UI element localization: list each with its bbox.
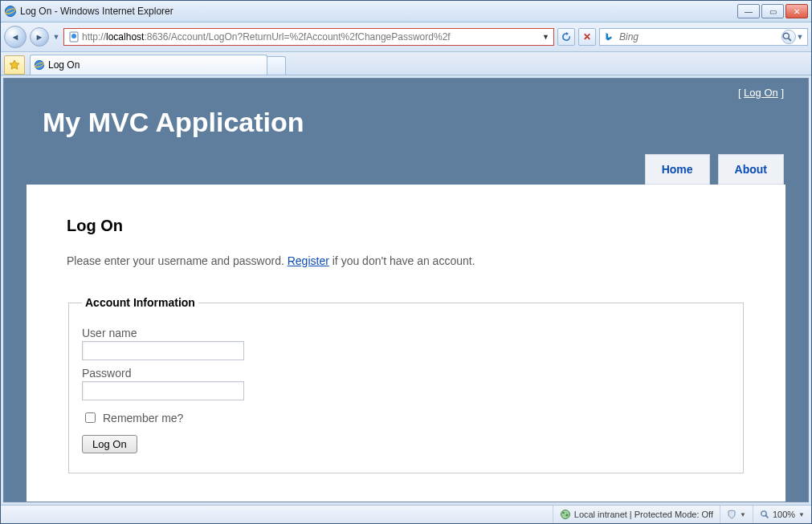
search-dropdown-icon[interactable]: ▼ — [796, 33, 804, 41]
search-go-button[interactable] — [781, 30, 796, 44]
address-dropdown-icon[interactable]: ▼ — [540, 33, 552, 41]
tab-label: Log On — [48, 59, 80, 71]
ie-icon — [4, 5, 17, 18]
nav-home[interactable]: Home — [645, 154, 710, 185]
address-url[interactable]: http://localhost:8636/Account/LogOn?Retu… — [82, 31, 540, 43]
svg-point-11 — [761, 511, 766, 516]
favorites-button[interactable] — [4, 55, 25, 75]
fieldset-legend: Account Information — [82, 296, 198, 309]
page-heading: Log On — [67, 217, 745, 235]
logon-link[interactable]: Log On — [744, 87, 778, 99]
page-icon — [68, 31, 80, 43]
account-fieldset: Account Information User name Password R… — [68, 296, 744, 473]
nav-about[interactable]: About — [718, 154, 784, 185]
svg-line-5 — [788, 38, 790, 40]
stop-button[interactable]: ✕ — [578, 28, 596, 46]
viewport: [ Log On ] My MVC Application Home About… — [3, 78, 809, 502]
shield-icon — [727, 510, 737, 519]
bing-icon — [603, 31, 614, 43]
search-input[interactable] — [618, 30, 778, 43]
magnifier-icon — [782, 31, 792, 43]
app-title: My MVC Application — [4, 99, 808, 154]
star-icon — [9, 59, 20, 71]
close-button[interactable]: ✕ — [785, 4, 808, 18]
login-status: [ Log On ] — [4, 79, 808, 99]
username-label: User name — [82, 327, 730, 339]
refresh-button[interactable] — [557, 28, 575, 46]
browser-tab[interactable]: Log On — [30, 55, 267, 75]
zoom-control[interactable]: 100% ▼ — [753, 506, 811, 523]
nav-history-dropdown[interactable]: ▼ — [52, 33, 60, 41]
remember-checkbox[interactable] — [85, 412, 96, 423]
svg-point-9 — [562, 512, 565, 514]
forward-button[interactable]: ► — [30, 27, 49, 47]
svg-point-3 — [71, 34, 76, 39]
svg-point-4 — [783, 33, 789, 39]
status-bar: Local intranet | Protected Mode: Off ▼ 1… — [1, 505, 811, 523]
svg-point-8 — [561, 510, 569, 519]
register-link[interactable]: Register — [288, 254, 329, 267]
new-tab-button[interactable] — [267, 56, 286, 75]
logon-button[interactable]: Log On — [82, 435, 137, 453]
protected-mode-button[interactable]: ▼ — [720, 506, 753, 523]
search-box[interactable]: ▼ — [599, 28, 808, 46]
chevron-down-icon: ▼ — [740, 511, 746, 518]
password-input[interactable] — [82, 381, 244, 400]
ie-icon — [34, 59, 45, 71]
main-nav: Home About — [4, 154, 808, 185]
security-zone[interactable]: Local intranet | Protected Mode: Off — [553, 506, 720, 523]
back-button[interactable]: ◄ — [4, 26, 27, 48]
tab-strip: Log On — [1, 52, 811, 75]
window-title: Log On - Windows Internet Explorer — [20, 6, 173, 17]
ie-window: Log On - Windows Internet Explorer ― ▭ ✕… — [0, 0, 812, 524]
nav-toolbar: ◄ ► ▼ http://localhost:8636/Account/LogO… — [1, 22, 811, 52]
globe-icon — [560, 509, 571, 520]
remember-label: Remember me? — [103, 412, 183, 424]
username-input[interactable] — [82, 341, 244, 360]
content-area: Log On Please enter your username and pa… — [27, 185, 785, 502]
instruction-text: Please enter your username and password.… — [67, 254, 745, 267]
svg-point-10 — [565, 514, 568, 516]
page-body: [ Log On ] My MVC Application Home About… — [4, 79, 808, 502]
svg-line-12 — [765, 515, 768, 518]
minimize-button[interactable]: ― — [737, 4, 760, 18]
refresh-icon — [561, 32, 571, 42]
window-controls: ― ▭ ✕ — [737, 4, 808, 18]
maximize-button[interactable]: ▭ — [761, 4, 784, 18]
titlebar: Log On - Windows Internet Explorer ― ▭ ✕ — [1, 1, 811, 22]
address-bar[interactable]: http://localhost:8636/Account/LogOn?Retu… — [63, 28, 554, 46]
password-label: Password — [82, 367, 730, 380]
chevron-down-icon: ▼ — [798, 511, 805, 518]
magnifier-icon — [760, 510, 769, 519]
